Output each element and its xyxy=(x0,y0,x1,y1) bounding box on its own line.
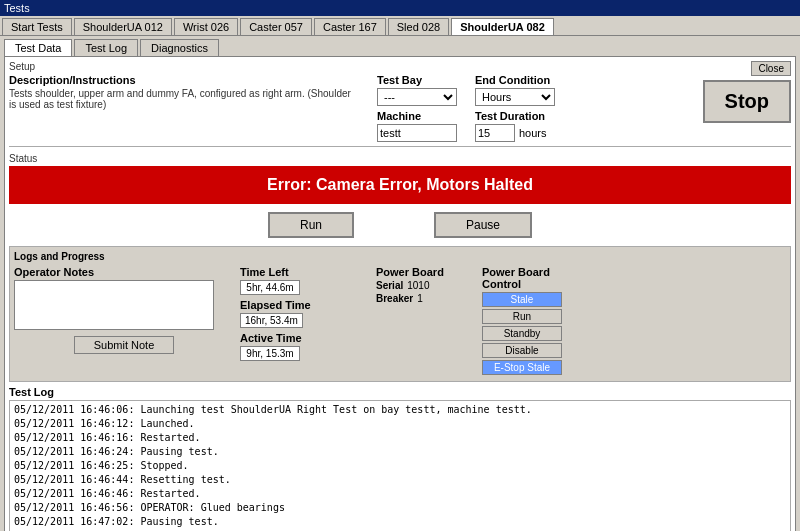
pbc-standby-button[interactable]: Standby xyxy=(482,326,562,341)
status-label: Status xyxy=(9,153,791,164)
action-buttons: Run Pause xyxy=(9,212,791,238)
end-condition-select[interactable]: Hours xyxy=(475,88,555,106)
title-bar: Tests xyxy=(0,0,800,16)
inner-tab-bar: Test Data Test Log Diagnostics xyxy=(0,36,800,56)
tab-sled-028[interactable]: Sled 028 xyxy=(388,18,449,35)
duration-unit: hours xyxy=(519,127,547,139)
elapsed-time-label: Elapsed Time xyxy=(240,299,311,311)
time-section: Time Left 5hr, 44.6m Elapsed Time 16hr, … xyxy=(240,266,370,377)
pause-button[interactable]: Pause xyxy=(434,212,532,238)
end-condition-label: End Condition xyxy=(475,74,555,86)
tab-shoulderua-012[interactable]: ShoulderUA 012 xyxy=(74,18,172,35)
submit-note-button[interactable]: Submit Note xyxy=(74,336,174,354)
time-left-row: Time Left xyxy=(240,266,370,278)
test-duration-label: Test Duration xyxy=(475,110,555,122)
setup-label: Setup xyxy=(9,61,791,72)
machine-input[interactable] xyxy=(377,124,457,142)
active-time-row: Active Time xyxy=(240,332,370,344)
test-log-section: Test Log 05/12/2011 16:46:06: Launching … xyxy=(9,386,791,531)
active-time-value-row: 9hr, 15.3m xyxy=(240,346,370,361)
logs-label: Logs and Progress xyxy=(14,251,786,262)
logs-section: Logs and Progress Operator Notes Submit … xyxy=(9,246,791,382)
elapsed-time-value-row: 16hr, 53.4m xyxy=(240,313,370,328)
pbc-run-button[interactable]: Run xyxy=(482,309,562,324)
description-group: Description/Instructions Tests shoulder,… xyxy=(9,74,359,110)
run-button[interactable]: Run xyxy=(268,212,354,238)
tab-test-data[interactable]: Test Data xyxy=(4,39,72,56)
elapsed-time-row: Elapsed Time xyxy=(240,299,370,311)
status-section: Status Error: Camera Error, Motors Halte… xyxy=(9,153,791,204)
elapsed-time-value: 16hr, 53.4m xyxy=(240,313,303,328)
duration-row: hours xyxy=(475,124,555,142)
description-value: Tests shoulder, upper arm and dummy FA, … xyxy=(9,88,359,110)
test-log-label: Test Log xyxy=(9,386,791,398)
tab-diagnostics[interactable]: Diagnostics xyxy=(140,39,219,56)
description-label: Description/Instructions xyxy=(9,74,359,86)
stop-button-container: Close Stop xyxy=(703,61,791,123)
breaker-value: 1 xyxy=(417,293,423,304)
serial-label: Serial xyxy=(376,280,403,291)
main-content: Close Stop Setup Description/Instruction… xyxy=(4,56,796,531)
serial-row: Serial 1010 xyxy=(376,280,476,291)
active-time-value: 9hr, 15.3m xyxy=(240,346,300,361)
power-board-label: Power Board xyxy=(376,266,476,278)
stop-button[interactable]: Stop xyxy=(703,80,791,123)
close-button[interactable]: Close xyxy=(751,61,791,76)
setup-row: Description/Instructions Tests shoulder,… xyxy=(9,74,791,142)
test-bay-select[interactable]: --- xyxy=(377,88,457,106)
tab-test-log[interactable]: Test Log xyxy=(74,39,138,56)
top-tab-bar: Start Tests ShoulderUA 012 Wrist 026 Cas… xyxy=(0,16,800,36)
serial-value: 1010 xyxy=(407,280,429,291)
breaker-label: Breaker xyxy=(376,293,413,304)
error-banner: Error: Camera Error, Motors Halted xyxy=(9,166,791,204)
pbc-estop-button[interactable]: E-Stop Stale xyxy=(482,360,562,375)
duration-input[interactable] xyxy=(475,124,515,142)
breaker-row: Breaker 1 xyxy=(376,293,476,304)
test-bay-label: Test Bay xyxy=(377,74,457,86)
tab-caster-167[interactable]: Caster 167 xyxy=(314,18,386,35)
active-time-label: Active Time xyxy=(240,332,302,344)
tab-shoulderua-082[interactable]: ShoulderUA 082 xyxy=(451,18,554,35)
operator-notes-textarea[interactable] xyxy=(14,280,214,330)
machine-label: Machine xyxy=(377,110,457,122)
operator-notes-label: Operator Notes xyxy=(14,266,234,278)
tab-start-tests[interactable]: Start Tests xyxy=(2,18,72,35)
end-condition-group: End Condition Hours Test Duration hours xyxy=(475,74,555,142)
pbc-stale-button[interactable]: Stale xyxy=(482,292,562,307)
logs-inner: Operator Notes Submit Note Time Left 5hr… xyxy=(14,266,786,377)
tab-caster-057[interactable]: Caster 057 xyxy=(240,18,312,35)
pbc-disable-button[interactable]: Disable xyxy=(482,343,562,358)
power-board-section: Power Board Serial 1010 Breaker 1 xyxy=(376,266,476,377)
test-log-content[interactable]: 05/12/2011 16:46:06: Launching test Shou… xyxy=(9,400,791,531)
operator-notes-section: Operator Notes Submit Note xyxy=(14,266,234,377)
time-left-value-row: 5hr, 44.6m xyxy=(240,280,370,295)
title-text: Tests xyxy=(4,2,30,14)
time-left-value: 5hr, 44.6m xyxy=(240,280,300,295)
test-bay-group: Test Bay --- Machine xyxy=(377,74,457,142)
pbc-label: Power Board Control xyxy=(482,266,582,290)
tab-wrist-026[interactable]: Wrist 026 xyxy=(174,18,238,35)
time-left-label: Time Left xyxy=(240,266,289,278)
power-board-control-section: Power Board Control Stale Run Standby Di… xyxy=(482,266,582,377)
